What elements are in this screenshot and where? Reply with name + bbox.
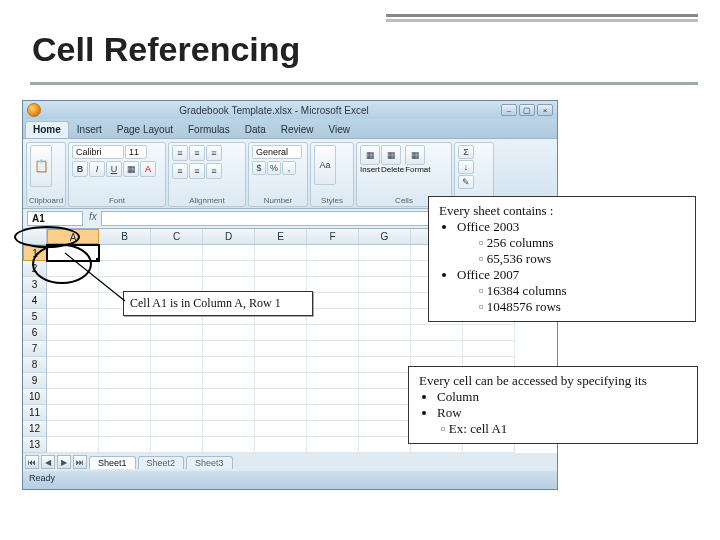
cell[interactable] — [255, 437, 307, 453]
cell[interactable] — [99, 373, 151, 389]
paste-button[interactable]: 📋 — [30, 145, 52, 187]
cell[interactable] — [359, 341, 411, 357]
cell[interactable] — [151, 341, 203, 357]
cell[interactable] — [99, 357, 151, 373]
cell[interactable] — [307, 437, 359, 453]
cell[interactable] — [151, 405, 203, 421]
col-header-g[interactable]: G — [359, 229, 411, 244]
ribbon-tab-view[interactable]: View — [322, 122, 358, 138]
cell[interactable] — [359, 293, 411, 309]
bold-button[interactable]: B — [72, 161, 88, 177]
align-left-button[interactable]: ≡ — [172, 163, 188, 179]
cell[interactable] — [151, 325, 203, 341]
cell[interactable] — [307, 325, 359, 341]
insert-cells-button[interactable]: ▦ — [360, 145, 380, 165]
cell[interactable] — [203, 261, 255, 277]
ribbon-tab-home[interactable]: Home — [25, 121, 69, 138]
underline-button[interactable]: U — [106, 161, 122, 177]
cell[interactable] — [359, 373, 411, 389]
row-header[interactable]: 11 — [23, 405, 47, 421]
cell[interactable] — [463, 325, 515, 341]
cell[interactable] — [151, 389, 203, 405]
align-bottom-button[interactable]: ≡ — [206, 145, 222, 161]
cell[interactable] — [47, 357, 99, 373]
cell[interactable] — [99, 405, 151, 421]
cell[interactable] — [203, 405, 255, 421]
cell[interactable] — [151, 373, 203, 389]
row-header[interactable]: 6 — [23, 325, 47, 341]
font-color-button[interactable]: A — [140, 161, 156, 177]
cell[interactable] — [203, 389, 255, 405]
fx-icon[interactable]: fx — [85, 209, 101, 228]
row-header[interactable]: 5 — [23, 309, 47, 325]
font-name-selector[interactable]: Calibri — [72, 145, 124, 159]
col-header-d[interactable]: D — [203, 229, 255, 244]
font-size-selector[interactable]: 11 — [125, 145, 147, 159]
cell[interactable] — [47, 389, 99, 405]
comma-button[interactable]: , — [282, 161, 296, 175]
cell[interactable] — [203, 421, 255, 437]
cell[interactable] — [307, 421, 359, 437]
row-header[interactable]: 9 — [23, 373, 47, 389]
cell[interactable] — [359, 277, 411, 293]
cell[interactable] — [47, 373, 99, 389]
cell[interactable] — [359, 325, 411, 341]
cell[interactable] — [255, 405, 307, 421]
percent-button[interactable]: % — [267, 161, 281, 175]
cell[interactable] — [99, 437, 151, 453]
cell[interactable] — [255, 373, 307, 389]
ribbon-tab-review[interactable]: Review — [274, 122, 321, 138]
cell[interactable] — [47, 437, 99, 453]
format-cells-button[interactable]: ▦ — [405, 145, 425, 165]
cell[interactable] — [47, 309, 99, 325]
cell[interactable] — [151, 437, 203, 453]
cell[interactable] — [359, 389, 411, 405]
border-button[interactable]: ▦ — [123, 161, 139, 177]
cell[interactable] — [203, 437, 255, 453]
cell[interactable] — [255, 389, 307, 405]
col-header-e[interactable]: E — [255, 229, 307, 244]
cell[interactable] — [307, 245, 359, 261]
autosum-button[interactable]: Σ — [458, 145, 474, 159]
row-header[interactable]: 12 — [23, 421, 47, 437]
cell[interactable] — [359, 421, 411, 437]
ribbon-tab-insert[interactable]: Insert — [70, 122, 109, 138]
cell[interactable] — [359, 437, 411, 453]
sheet-tab[interactable]: Sheet2 — [138, 456, 185, 469]
row-header[interactable]: 7 — [23, 341, 47, 357]
cell[interactable] — [151, 261, 203, 277]
cell[interactable] — [255, 341, 307, 357]
cell[interactable] — [203, 373, 255, 389]
cell[interactable] — [47, 325, 99, 341]
italic-button[interactable]: I — [89, 161, 105, 177]
ribbon-tab-pagelayout[interactable]: Page Layout — [110, 122, 180, 138]
align-right-button[interactable]: ≡ — [206, 163, 222, 179]
cell[interactable] — [203, 357, 255, 373]
row-header[interactable]: 13 — [23, 437, 47, 453]
cell[interactable] — [203, 245, 255, 261]
cell[interactable] — [99, 421, 151, 437]
cell[interactable] — [307, 405, 359, 421]
ribbon-tab-formulas[interactable]: Formulas — [181, 122, 237, 138]
close-button[interactable]: × — [537, 104, 553, 116]
cell[interactable] — [307, 341, 359, 357]
sheet-nav-first[interactable]: ⏮ — [25, 455, 39, 469]
cell[interactable] — [359, 309, 411, 325]
cell[interactable] — [411, 325, 463, 341]
cell[interactable] — [47, 421, 99, 437]
sheet-nav-last[interactable]: ⏭ — [73, 455, 87, 469]
cell[interactable] — [307, 293, 359, 309]
sheet-nav-prev[interactable]: ◀ — [41, 455, 55, 469]
cell[interactable] — [359, 357, 411, 373]
align-center-button[interactable]: ≡ — [189, 163, 205, 179]
cell[interactable] — [203, 341, 255, 357]
ribbon-tab-data[interactable]: Data — [238, 122, 273, 138]
name-box[interactable]: A1 — [27, 211, 83, 226]
cell[interactable] — [359, 261, 411, 277]
cell[interactable] — [359, 245, 411, 261]
fill-button[interactable]: ↓ — [458, 160, 474, 174]
cell[interactable] — [255, 421, 307, 437]
cell[interactable] — [255, 261, 307, 277]
row-header[interactable]: 10 — [23, 389, 47, 405]
number-format-selector[interactable]: General — [252, 145, 302, 159]
